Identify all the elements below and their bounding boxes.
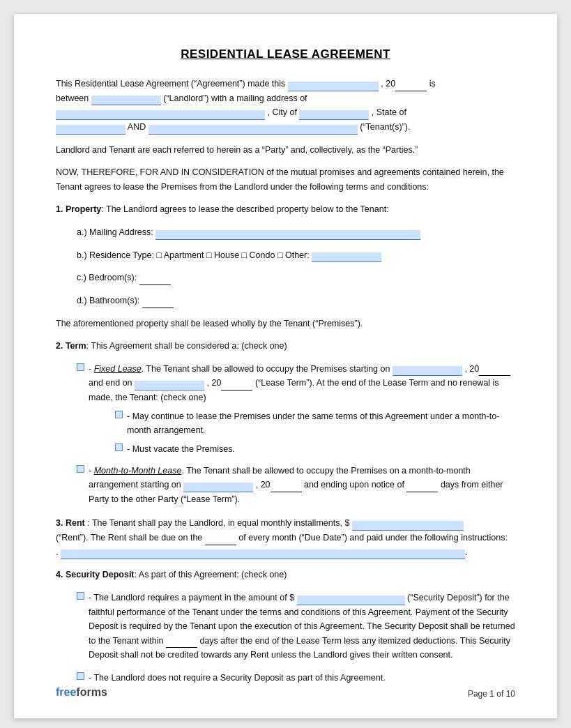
landlord-name-field[interactable] [91,96,161,105]
section2-mtm: - Month-to-Month Lease. The Tenant shall… [77,464,515,507]
section1-header: 1. Property: The Landlord agrees to leas… [56,202,515,217]
return-days-field[interactable] [166,638,197,648]
no-security-deposit-checkbox[interactable] [77,672,84,680]
section2-header: 2. Term: This Agreement shall be conside… [56,339,515,354]
no-security-deposit-line: - The Landlord does not require a Securi… [77,671,515,685]
due-date-field[interactable] [205,536,236,545]
other-type-field[interactable] [312,252,381,262]
mtm-lease-line: - Month-to-Month Lease. The Tenant shall… [77,464,515,507]
fixed-sub-options: - May continue to lease the Premises und… [115,409,515,457]
notice-days-field[interactable] [406,483,438,492]
security-deposit-checkbox[interactable] [77,592,84,600]
intro-line1: This Residential Lease Agreement (“Agree… [56,79,285,89]
section4-header: 4. Security Deposit: As part of this Agr… [56,568,515,582]
page-number: Page 1 of 10 [468,689,515,699]
section1-items: a.) Mailing Address: b.) Residence Type:… [77,225,515,308]
date-field[interactable] [288,82,379,91]
tenant-name-field[interactable] [149,125,358,135]
condo-checkbox[interactable]: □ Condo [242,250,277,260]
section4-option1: - The Landlord requires a payment in the… [77,591,515,662]
parties-note: Landlord and Tenant are each referred to… [56,143,515,158]
brand-forms: forms [76,686,107,698]
other-checkbox[interactable]: □ Other: [277,250,312,260]
year-field[interactable] [395,82,427,91]
end-year-field[interactable] [221,381,252,390]
fixed-lease-line: - Fixed Lease. The Tenant shall be allow… [77,362,515,405]
house-checkbox[interactable]: □ House [206,250,242,260]
vacate-checkbox[interactable] [115,443,123,451]
document-title: RESIDENTIAL LEASE AGREEMENT [56,47,515,61]
security-deposit-amount-field[interactable] [297,596,405,605]
state-field[interactable] [56,125,125,135]
apt-checkbox[interactable]: □ Apartment [156,250,206,260]
section2-fixed: - Fixed Lease. The Tenant shall be allow… [77,362,515,457]
continue-lease-checkbox[interactable] [115,411,123,418]
city-field[interactable] [299,110,369,120]
section3: 3. Rent : The Tenant shall pay the Landl… [56,516,515,559]
section1-c: c.) Bedroom(s): [77,271,515,285]
mtm-start-field[interactable] [183,483,253,492]
rent-amount-field[interactable] [352,521,464,531]
mailing-address-field[interactable] [56,110,265,120]
section4-option2: - The Landlord does not require a Securi… [77,671,515,685]
premises-closing: The aforementioned property shall be lea… [56,317,515,331]
section1-d: d.) Bathroom(s): [77,294,515,308]
payment-instructions-field[interactable] [61,549,465,559]
brand-free: free [56,686,76,698]
security-deposit-required-line: - The Landlord requires a payment in the… [77,591,515,662]
section1-a: a.) Mailing Address: [77,225,515,240]
fixed-lease-checkbox[interactable] [77,363,84,371]
vacate-line: - Must vacate the Premises. [115,442,515,457]
bedrooms-field[interactable] [139,275,171,285]
end-date-field[interactable] [135,381,204,390]
section1-b: b.) Residence Type: □ Apartment □ House … [77,248,515,263]
bathrooms-field[interactable] [142,298,174,308]
property-address-field[interactable] [155,230,420,240]
now-therefore: NOW, THEREFORE, FOR AND IN CONSIDERATION… [56,165,515,194]
start-date-field[interactable] [393,366,462,376]
start-year-field[interactable] [479,366,510,376]
brand: freeforms [56,686,107,699]
mtm-year-field[interactable] [271,483,302,492]
document-page: RESIDENTIAL LEASE AGREEMENT This Residen… [14,14,557,718]
mtm-lease-checkbox[interactable] [77,465,84,473]
continue-lease-line: - May continue to lease the Premises und… [115,409,515,438]
intro-paragraph: This Residential Lease Agreement (“Agree… [56,77,515,135]
document-footer: freeforms Page 1 of 10 [56,686,515,699]
